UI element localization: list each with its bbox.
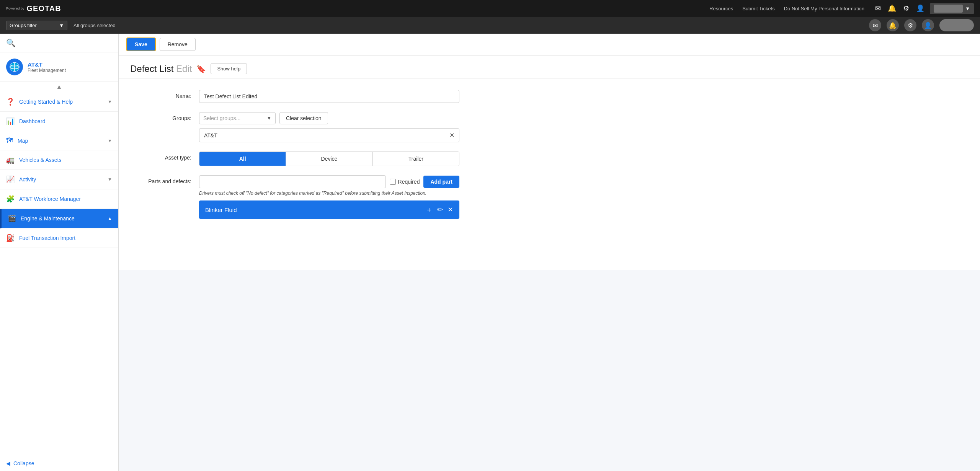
sidebar-search-area: 🔍 — [0, 34, 118, 52]
powered-by-text: Powered by — [6, 7, 24, 11]
asset-trailer-button[interactable]: Trailer — [373, 152, 459, 166]
main-content: Save Remove Defect List Edit 🔖 Show help… — [119, 34, 980, 471]
nav-item-left: 🧩 AT&T Workforce Manager — [6, 195, 81, 203]
brand-name: AT&T — [28, 61, 66, 68]
scroll-up-area: ▲ — [0, 82, 118, 92]
groups-filter-select[interactable]: Groups filter ▼ — [6, 21, 67, 30]
user-pill[interactable] — [939, 19, 974, 31]
add-part-action-icon[interactable]: ＋ — [426, 205, 433, 214]
top-nav-icons: ✉ 🔔 ⚙ 👤 ▼ — [874, 3, 974, 14]
asset-type-row: Asset type: All Device Trailer — [130, 152, 969, 166]
groups-filter-label: Groups filter — [10, 23, 37, 28]
sidebar-item-getting-started[interactable]: ❓ Getting Started & Help ▼ — [0, 92, 118, 112]
collapse-label: Collapse — [13, 460, 34, 466]
groups-label: Groups: — [130, 112, 191, 121]
asset-type-buttons: All Device Trailer — [199, 152, 459, 166]
delete-part-icon[interactable]: ✕ — [448, 205, 453, 214]
logo-area: Powered by GEOTAB — [6, 4, 61, 13]
workforce-label: AT&T Workforce Manager — [19, 196, 81, 202]
page-title-edit: Edit — [176, 64, 192, 74]
name-label: Name: — [130, 90, 191, 99]
chevron-down-icon: ▼ — [108, 99, 112, 104]
groups-row: Select groups... ▼ Clear selection — [199, 112, 459, 124]
parts-row: Required Add part — [199, 175, 459, 188]
sidebar-item-workforce[interactable]: 🧩 AT&T Workforce Manager — [0, 189, 118, 209]
nav-item-left: 🚛 Vehicles & Assets — [6, 156, 62, 164]
bookmark-icon[interactable]: 🔖 — [196, 64, 206, 73]
clear-selection-button[interactable]: Clear selection — [279, 112, 328, 124]
groups-filter-arrow: ▼ — [59, 23, 64, 28]
edit-part-icon[interactable]: ✏ — [437, 205, 443, 214]
engine-label: Engine & Maintenance — [21, 215, 75, 222]
save-button[interactable]: Save — [126, 37, 156, 51]
required-checkbox[interactable] — [390, 179, 396, 185]
att-tag: AT&T ✕ — [199, 128, 459, 142]
collapse-button[interactable]: ◀ Collapse — [0, 456, 118, 471]
add-part-button[interactable]: Add part — [423, 176, 459, 188]
nav-item-left: 📊 Dashboard — [6, 117, 46, 125]
brand-icon — [6, 59, 23, 75]
att-tag-label: AT&T — [204, 132, 217, 139]
top-nav: Powered by GEOTAB Resources Submit Ticke… — [0, 0, 980, 17]
email-icon[interactable]: ✉ — [874, 3, 882, 14]
tag-close-icon[interactable]: ✕ — [449, 132, 454, 139]
search-button[interactable]: 🔍 — [6, 38, 16, 47]
user-icon[interactable]: 👤 — [915, 3, 926, 14]
nav-item-left: 🎬 Engine & Maintenance — [8, 214, 75, 223]
nav-item-left: ❓ Getting Started & Help — [6, 98, 73, 106]
att-logo-svg — [9, 62, 20, 72]
remove-button[interactable]: Remove — [160, 38, 196, 51]
groups-dropdown-placeholder: Select groups... — [203, 115, 264, 121]
chevron-down-icon: ▼ — [108, 177, 112, 182]
sidebar-item-dashboard[interactable]: 📊 Dashboard — [0, 112, 118, 131]
engine-icon: 🎬 — [8, 214, 16, 223]
brand-sub: Fleet Management — [28, 68, 66, 73]
asset-device-button[interactable]: Device — [286, 152, 372, 166]
part-input[interactable] — [199, 175, 386, 188]
asset-type-control-area: All Device Trailer — [199, 152, 459, 166]
user-dropdown-arrow: ▼ — [965, 6, 970, 11]
page-header: Defect List Edit 🔖 Show help — [119, 55, 980, 78]
submit-tickets-link[interactable]: Submit Tickets — [742, 6, 775, 11]
top-right-icons-bar: ✉ 🔔 ⚙ 👤 — [869, 19, 974, 31]
scroll-up-button[interactable]: ▲ — [56, 83, 62, 90]
bell-icon-bar[interactable]: 🔔 — [887, 19, 899, 31]
helper-text: Drivers must check off "No defect" for c… — [199, 191, 459, 196]
sidebar-item-activity[interactable]: 📈 Activity ▼ — [0, 170, 118, 189]
sidebar: 🔍 AT&T Fleet Management ▲ ❓ Get — [0, 34, 119, 471]
sidebar-item-vehicles[interactable]: 🚛 Vehicles & Assets — [0, 150, 118, 170]
user-icon-bar[interactable]: 👤 — [922, 19, 934, 31]
sidebar-item-engine[interactable]: 🎬 Engine & Maintenance ▲ — [0, 209, 118, 228]
app-layout: 🔍 AT&T Fleet Management ▲ ❓ Get — [0, 34, 980, 471]
nav-item-left: 📈 Activity — [6, 175, 36, 184]
vehicles-label: Vehicles & Assets — [19, 157, 62, 163]
geotab-logo: GEOTAB — [27, 4, 61, 13]
sidebar-item-map[interactable]: 🗺 Map ▼ — [0, 131, 118, 150]
show-help-button[interactable]: Show help — [211, 63, 247, 74]
part-entry-actions: ＋ ✏ ✕ — [426, 205, 453, 214]
bell-icon[interactable]: 🔔 — [886, 3, 898, 14]
groups-control-area: Select groups... ▼ Clear selection AT&T … — [199, 112, 459, 142]
nav-item-left: 🗺 Map — [6, 137, 28, 145]
name-input[interactable] — [199, 90, 459, 103]
parts-label: Parts and defects: — [130, 175, 191, 184]
groups-filter-value: All groups selected — [74, 23, 116, 28]
blinker-fluid-entry: Blinker Fluid ＋ ✏ ✕ — [199, 200, 459, 219]
gear-icon[interactable]: ⚙ — [902, 3, 911, 14]
user-dropdown[interactable]: ▼ — [930, 3, 974, 14]
getting-started-label: Getting Started & Help — [19, 99, 73, 105]
form-area: Name: Groups: Select groups... ▼ Clear s… — [119, 78, 980, 270]
resources-link[interactable]: Resources — [709, 6, 733, 11]
name-row: Name: — [130, 90, 969, 103]
getting-started-icon: ❓ — [6, 98, 15, 106]
page-title-main: Defect List — [130, 64, 173, 74]
do-not-sell-link[interactable]: Do Not Sell My Personal Information — [784, 6, 864, 11]
groups-dropdown[interactable]: Select groups... ▼ — [199, 112, 276, 124]
asset-all-button[interactable]: All — [199, 152, 286, 166]
mail-icon-bar[interactable]: ✉ — [869, 19, 881, 31]
sidebar-item-fuel[interactable]: ⛽ Fuel Transaction Import — [0, 228, 118, 248]
fuel-label: Fuel Transaction Import — [19, 235, 75, 241]
activity-label: Activity — [19, 176, 36, 183]
chevron-up-icon: ▲ — [108, 216, 112, 221]
gear-icon-bar[interactable]: ⚙ — [904, 19, 916, 31]
